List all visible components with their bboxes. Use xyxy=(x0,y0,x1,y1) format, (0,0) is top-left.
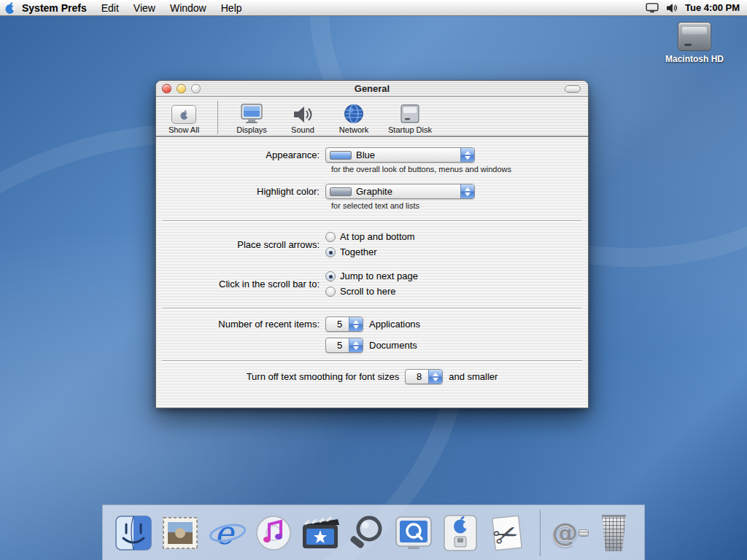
radio-jump-to-next-page[interactable]: Jump to next page xyxy=(325,271,418,281)
title-bar[interactable]: General xyxy=(156,81,588,97)
scroll-arrows-label: Place scroll arrows: xyxy=(156,239,325,250)
popup-arrows-icon xyxy=(428,369,442,384)
graphite-swatch xyxy=(330,187,352,196)
radio-label: At top and bottom xyxy=(340,231,415,242)
displays-label: Displays xyxy=(236,125,267,134)
menu-item-view[interactable]: View xyxy=(126,0,163,16)
hard-drive-label: Macintosh HD xyxy=(665,54,724,64)
startup-disk-icon xyxy=(399,104,421,124)
recent-documents-label: Documents xyxy=(369,340,417,351)
displays-icon xyxy=(240,104,263,124)
highlight-popup[interactable]: Graphite xyxy=(325,184,475,199)
recent-applications-popup[interactable]: 5 xyxy=(325,316,363,332)
highlight-label: Highlight color: xyxy=(156,186,325,197)
general-preferences-window: General Show All xyxy=(155,80,589,408)
blue-swatch xyxy=(330,151,352,160)
popup-arrows-icon xyxy=(349,316,363,332)
smoothing-suffix: and smaller xyxy=(449,371,498,382)
radio-label: Jump to next page xyxy=(340,271,418,281)
network-icon xyxy=(344,104,364,124)
appearance-value: Blue xyxy=(356,149,460,160)
sound-label: Sound xyxy=(291,125,314,134)
separator xyxy=(162,360,582,362)
recent-applications-value: 5 xyxy=(326,319,349,330)
appearance-hint: for the overall look of buttons, menus a… xyxy=(331,165,588,174)
radio-selected-icon[interactable] xyxy=(325,247,336,257)
toolbar-separator xyxy=(217,101,218,134)
highlight-value: Graphite xyxy=(356,186,460,197)
radio-together[interactable]: Together xyxy=(325,246,415,257)
toolbar-toggle-button[interactable] xyxy=(565,85,581,93)
window-title: General xyxy=(156,83,588,94)
preferences-toolbar: Show All Displays S xyxy=(156,97,588,137)
toolbar-displays[interactable]: Displays xyxy=(231,101,272,134)
apple-small-icon xyxy=(179,109,189,120)
scroll-bar-label: Click in the scroll bar to: xyxy=(156,279,325,289)
popup-arrows-icon xyxy=(460,147,474,163)
appearance-label: Appearance: xyxy=(156,149,325,160)
apple-logo-icon xyxy=(4,1,15,15)
network-label: Network xyxy=(339,125,368,134)
menubar-clock[interactable]: Tue 4:00 PM xyxy=(685,2,740,13)
dock-internet-explorer-icon[interactable]: e xyxy=(206,512,248,554)
sound-icon xyxy=(293,105,313,124)
close-button[interactable] xyxy=(162,84,171,93)
dock-sherlock-icon[interactable] xyxy=(346,512,388,554)
show-all-label: Show All xyxy=(169,125,199,134)
displays-menu-icon[interactable] xyxy=(646,3,659,13)
radio-selected-icon[interactable] xyxy=(325,271,336,281)
dock-quicktime-icon[interactable] xyxy=(392,512,435,554)
smoothing-size-value: 8 xyxy=(406,371,428,382)
separator xyxy=(162,308,582,309)
radio-label: Together xyxy=(340,246,377,257)
menu-bar: System Prefs Edit View Window Help Tue 4… xyxy=(0,0,747,16)
radio-at-top-and-bottom[interactable]: At top and bottom xyxy=(325,231,415,242)
volume-menu-icon[interactable] xyxy=(666,3,678,13)
popup-arrows-icon xyxy=(349,338,363,353)
dock-itunes-icon[interactable] xyxy=(252,512,295,554)
startup-disk-label: Startup Disk xyxy=(388,125,432,134)
dock-clippings-icon[interactable]: ✂ xyxy=(486,512,528,554)
minimize-button[interactable] xyxy=(177,84,186,93)
recent-documents-value: 5 xyxy=(326,340,349,351)
radio-scroll-to-here[interactable]: Scroll to here xyxy=(325,286,418,297)
menu-item-help[interactable]: Help xyxy=(214,0,249,16)
dock-imovie-icon[interactable] xyxy=(299,512,341,554)
recent-items-label: Number of recent items: xyxy=(156,319,325,330)
dock-separator xyxy=(540,510,541,556)
apple-menu[interactable] xyxy=(0,1,19,15)
dock-trash-icon[interactable] xyxy=(593,512,635,554)
menu-item-window[interactable]: Window xyxy=(163,0,214,16)
show-all-button[interactable] xyxy=(171,105,196,124)
menu-item-edit[interactable]: Edit xyxy=(94,0,126,16)
trash-basket xyxy=(598,515,630,551)
menu-item-app[interactable]: System Prefs xyxy=(19,0,94,16)
dock-mail-icon[interactable] xyxy=(159,512,201,554)
toolbar-startup-disk[interactable]: Startup Disk xyxy=(384,101,436,134)
svg-text:e: e xyxy=(214,515,236,551)
separator xyxy=(162,220,582,222)
highlight-hint: for selected text and lists xyxy=(331,201,588,210)
recent-applications-label: Applications xyxy=(369,319,420,330)
general-pane-content: Appearance: Blue for the overall look of… xyxy=(156,137,588,408)
smoothing-label: Turn off text smoothing for font sizes xyxy=(247,371,400,382)
radio-icon[interactable] xyxy=(325,287,336,297)
radio-icon[interactable] xyxy=(325,232,336,242)
toolbar-network[interactable]: Network xyxy=(333,101,374,134)
smoothing-size-popup[interactable]: 8 xyxy=(405,369,443,384)
hard-drive-icon xyxy=(678,22,711,51)
desktop-icon-macintosh-hd[interactable]: Macintosh HD xyxy=(665,22,724,64)
radio-label: Scroll to here xyxy=(340,286,396,297)
dock: e xyxy=(102,505,645,560)
dock-system-preferences-icon[interactable] xyxy=(439,512,481,554)
zoom-button[interactable] xyxy=(191,84,201,93)
popup-arrows-icon xyxy=(460,184,474,199)
toolbar-show-all[interactable]: Show All xyxy=(163,101,204,134)
toolbar-sound[interactable]: Sound xyxy=(282,101,323,134)
dock-finder-icon[interactable] xyxy=(112,512,155,554)
appearance-popup[interactable]: Blue xyxy=(325,147,475,163)
dock-at-spring-icon[interactable]: @ xyxy=(552,513,589,553)
recent-documents-popup[interactable]: 5 xyxy=(325,338,363,353)
